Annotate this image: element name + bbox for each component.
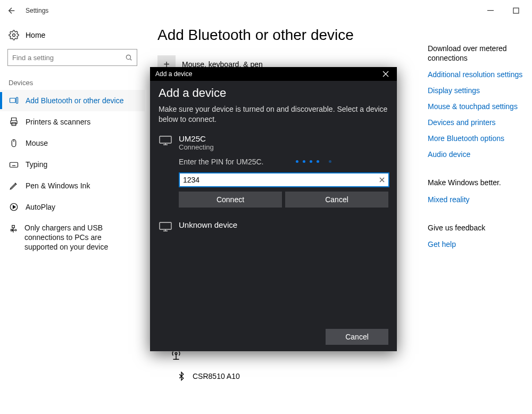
search-icon: [125, 54, 132, 61]
dialog-close-button[interactable]: [380, 68, 392, 80]
bluetooth-icon: [177, 371, 186, 381]
svg-point-14: [175, 353, 177, 355]
clear-input-icon[interactable]: [379, 177, 385, 183]
nav-typing[interactable]: Typing: [0, 154, 145, 175]
search-box[interactable]: [7, 49, 137, 66]
metered-heading: Download over metered connections: [428, 44, 526, 63]
svg-rect-4: [10, 98, 16, 103]
search-input[interactable]: [12, 54, 119, 62]
device-unknown[interactable]: Unknown device: [159, 218, 388, 237]
link-devices-printers[interactable]: Devices and printers: [428, 118, 526, 127]
usb-icon: [9, 224, 18, 235]
link-additional-resolution[interactable]: Additional resolution settings: [428, 70, 526, 79]
app-title: Settings: [26, 7, 48, 14]
nav-label: Add Bluetooth or other device: [26, 96, 123, 105]
antenna-icon: [170, 350, 182, 361]
device-name: Unknown device: [179, 220, 237, 229]
device-name: CSR8510 A10: [193, 372, 240, 380]
svg-rect-11: [12, 226, 15, 228]
nav-pen[interactable]: Pen & Windows Ink: [0, 175, 145, 196]
dialog-heading: Add a device: [159, 86, 388, 100]
svg-rect-9: [10, 162, 18, 167]
pin-prompt: Enter the PIN for UM25C.: [179, 158, 264, 166]
device-status: Connecting: [179, 143, 214, 151]
connect-button[interactable]: Connect: [179, 192, 282, 208]
devices-icon: [9, 95, 19, 106]
link-get-help[interactable]: Get help: [428, 240, 526, 249]
nav-printers[interactable]: Printers & scanners: [0, 111, 145, 133]
section-label: Devices: [0, 73, 145, 90]
printer-icon: [9, 117, 19, 127]
nav-mouse[interactable]: Mouse: [0, 133, 145, 154]
nav-usb[interactable]: Only chargers and USB connections to PCs…: [0, 218, 145, 252]
dialog-title: Add a device: [155, 70, 192, 78]
sidebar: Home Devices Add Bluetooth or other devi…: [0, 21, 145, 414]
link-mixed-reality[interactable]: Mixed reality: [428, 195, 526, 204]
svg-point-2: [13, 34, 15, 37]
related-links: Download over metered connections Additi…: [428, 21, 532, 414]
device-name: UM25C: [179, 134, 214, 143]
nav-label: Typing: [26, 160, 47, 169]
nav-footer-note: Only chargers and USB connections to PCs…: [24, 223, 136, 252]
paired-device-row[interactable]: CSR8510 A10: [157, 367, 421, 385]
add-device-dialog: Add a device Add a device Make sure your…: [150, 67, 397, 351]
dialog-subtext: Make sure your device is turned on and d…: [159, 104, 388, 125]
svg-rect-0: [487, 10, 494, 11]
monitor-icon: [159, 221, 172, 232]
svg-rect-16: [160, 222, 171, 229]
svg-rect-15: [160, 136, 171, 143]
feedback-heading: Give us feedback: [428, 223, 526, 233]
keyboard-icon: [9, 159, 19, 170]
device-um25c[interactable]: UM25C Connecting: [159, 132, 388, 156]
nav-bluetooth[interactable]: Add Bluetooth or other device: [0, 90, 145, 111]
cancel-button[interactable]: Cancel: [285, 192, 388, 208]
home-nav[interactable]: Home: [0, 26, 145, 45]
dialog-cancel-button[interactable]: Cancel: [326, 329, 388, 345]
back-button[interactable]: [4, 3, 19, 18]
svg-point-3: [126, 55, 130, 59]
pen-icon: [9, 180, 19, 191]
nav-label: AutoPlay: [26, 203, 55, 211]
svg-point-13: [15, 229, 16, 231]
mouse-icon: [9, 138, 19, 148]
monitor-icon: [159, 135, 172, 146]
link-display-settings[interactable]: Display settings: [428, 86, 526, 95]
home-label: Home: [26, 31, 45, 39]
paired-device-row[interactable]: [157, 359, 421, 367]
maximize-button[interactable]: [509, 3, 523, 18]
nav-label: Mouse: [26, 139, 48, 147]
pin-input[interactable]: [179, 172, 389, 187]
link-more-bluetooth[interactable]: More Bluetooth options: [428, 134, 526, 143]
link-audio-device[interactable]: Audio device: [428, 150, 526, 159]
gear-icon: [9, 30, 19, 40]
progress-dots-icon: [296, 160, 331, 163]
autoplay-icon: [9, 202, 19, 212]
svg-rect-1: [513, 8, 519, 13]
nav-label: Pen & Windows Ink: [26, 181, 90, 190]
link-mouse-touchpad[interactable]: Mouse & touchpad settings: [428, 102, 526, 111]
minimize-button[interactable]: [483, 3, 498, 18]
nav-label: Printers & scanners: [26, 118, 90, 126]
make-windows-better: Make Windows better.: [428, 178, 526, 187]
svg-rect-5: [16, 97, 18, 103]
nav-autoplay[interactable]: AutoPlay: [0, 196, 145, 218]
page-title: Add Bluetooth or other device: [157, 27, 421, 44]
